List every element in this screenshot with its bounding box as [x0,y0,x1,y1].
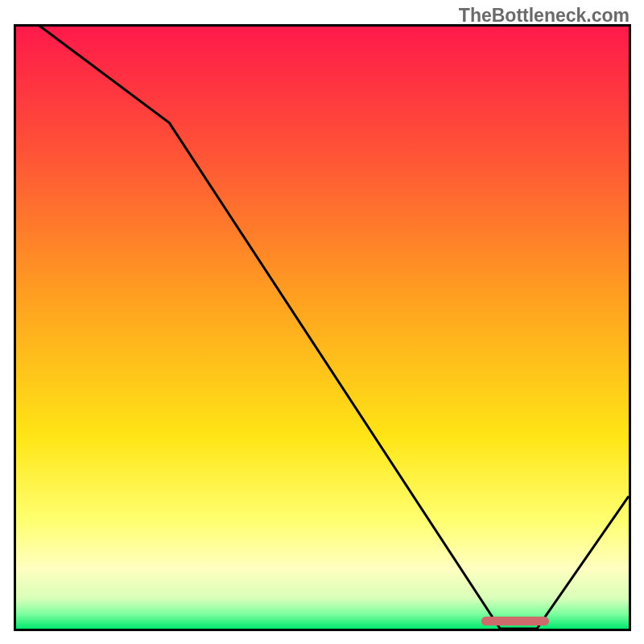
bottleneck-curve [16,27,629,629]
bottleneck-chart [14,24,631,631]
optimal-range-marker [481,617,549,625]
watermark-text: TheBottleneck.com [459,5,630,27]
